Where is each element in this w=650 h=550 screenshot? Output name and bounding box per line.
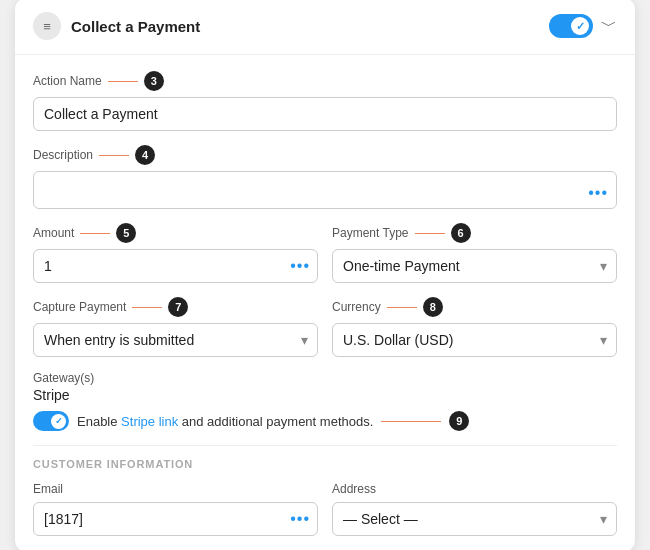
main-toggle[interactable]: ✓ bbox=[549, 14, 593, 38]
email-field: Email ••• bbox=[33, 482, 318, 536]
action-name-label: Action Name 3 bbox=[33, 71, 617, 91]
label-connector-amount bbox=[80, 233, 110, 234]
toggle-check-icon: ✓ bbox=[576, 20, 585, 33]
action-name-input[interactable] bbox=[33, 97, 617, 131]
card-title: Collect a Payment bbox=[71, 18, 200, 35]
address-label: Address bbox=[332, 482, 617, 496]
step-badge-9: 9 bbox=[449, 411, 469, 431]
stripe-connector bbox=[381, 421, 441, 422]
description-label: Description 4 bbox=[33, 145, 617, 165]
amount-label: Amount 5 bbox=[33, 223, 318, 243]
customer-info-title: CUSTOMER INFORMATION bbox=[33, 458, 617, 470]
stripe-enable-text: Enable Stripe link and additional paymen… bbox=[77, 414, 373, 429]
amount-input-wrapper: ••• bbox=[33, 249, 318, 283]
label-connector bbox=[108, 81, 138, 82]
currency-select-wrapper: U.S. Dollar (USD) Euro (EUR) British Pou… bbox=[332, 323, 617, 357]
stripe-check-icon: ✓ bbox=[55, 416, 63, 426]
section-divider bbox=[33, 445, 617, 446]
description-field: Description 4 ••• bbox=[33, 145, 617, 209]
description-box[interactable]: ••• bbox=[33, 171, 617, 209]
address-select-wrapper: — Select — ▾ bbox=[332, 502, 617, 536]
action-name-field: Action Name 3 bbox=[33, 71, 617, 131]
email-input[interactable] bbox=[33, 502, 318, 536]
amount-dots-button[interactable]: ••• bbox=[290, 257, 310, 275]
label-connector-pt bbox=[415, 233, 445, 234]
address-select[interactable]: — Select — bbox=[332, 502, 617, 536]
payment-type-field: Payment Type 6 One-time Payment Subscrip… bbox=[332, 223, 617, 283]
card-body: Action Name 3 Description 4 ••• Amount bbox=[15, 55, 635, 550]
address-field: Address — Select — ▾ bbox=[332, 482, 617, 536]
header-left: ≡ Collect a Payment bbox=[33, 12, 200, 40]
stripe-link[interactable]: Stripe link bbox=[121, 414, 178, 429]
customer-info-row: Email ••• Address — Select — ▾ bbox=[33, 482, 617, 536]
capture-currency-row: Capture Payment 7 When entry is submitte… bbox=[33, 297, 617, 357]
step-badge-3: 3 bbox=[144, 71, 164, 91]
collect-payment-card: ≡ Collect a Payment ✓ ﹀ Action Name 3 bbox=[15, 0, 635, 550]
header-right: ✓ ﹀ bbox=[549, 14, 617, 38]
description-dots-button[interactable]: ••• bbox=[588, 184, 608, 202]
email-dots-button[interactable]: ••• bbox=[290, 510, 310, 528]
toggle-knob: ✓ bbox=[571, 17, 589, 35]
label-connector-cp bbox=[132, 307, 162, 308]
amount-payment-row: Amount 5 ••• Payment Type 6 One-time bbox=[33, 223, 617, 283]
step-badge-6: 6 bbox=[451, 223, 471, 243]
capture-payment-select-wrapper: When entry is submitted Manual ▾ bbox=[33, 323, 318, 357]
payment-type-select[interactable]: One-time Payment Subscription bbox=[332, 249, 617, 283]
capture-payment-field: Capture Payment 7 When entry is submitte… bbox=[33, 297, 318, 357]
step-badge-7: 7 bbox=[168, 297, 188, 317]
step-badge-4: 4 bbox=[135, 145, 155, 165]
capture-payment-label: Capture Payment 7 bbox=[33, 297, 318, 317]
amount-input[interactable] bbox=[33, 249, 318, 283]
gateway-name: Stripe bbox=[33, 387, 617, 403]
gateway-label: Gateway(s) bbox=[33, 371, 617, 385]
currency-label: Currency 8 bbox=[332, 297, 617, 317]
amount-field: Amount 5 ••• bbox=[33, 223, 318, 283]
payment-type-select-wrapper: One-time Payment Subscription ▾ bbox=[332, 249, 617, 283]
card-header: ≡ Collect a Payment ✓ ﹀ bbox=[15, 0, 635, 55]
step-badge-5: 5 bbox=[116, 223, 136, 243]
label-connector-desc bbox=[99, 155, 129, 156]
collapse-chevron-icon[interactable]: ﹀ bbox=[601, 16, 617, 37]
currency-select[interactable]: U.S. Dollar (USD) Euro (EUR) British Pou… bbox=[332, 323, 617, 357]
stripe-toggle-row: ✓ Enable Stripe link and additional paym… bbox=[33, 411, 617, 431]
email-input-wrapper: ••• bbox=[33, 502, 318, 536]
capture-payment-select[interactable]: When entry is submitted Manual bbox=[33, 323, 318, 357]
currency-field: Currency 8 U.S. Dollar (USD) Euro (EUR) … bbox=[332, 297, 617, 357]
card-icon: ≡ bbox=[33, 12, 61, 40]
gateway-section: Gateway(s) Stripe ✓ Enable Stripe link a… bbox=[33, 371, 617, 431]
stripe-toggle[interactable]: ✓ bbox=[33, 411, 69, 431]
payment-type-label: Payment Type 6 bbox=[332, 223, 617, 243]
email-label: Email bbox=[33, 482, 318, 496]
step-badge-8: 8 bbox=[423, 297, 443, 317]
stripe-toggle-knob: ✓ bbox=[51, 414, 66, 429]
label-connector-cur bbox=[387, 307, 417, 308]
